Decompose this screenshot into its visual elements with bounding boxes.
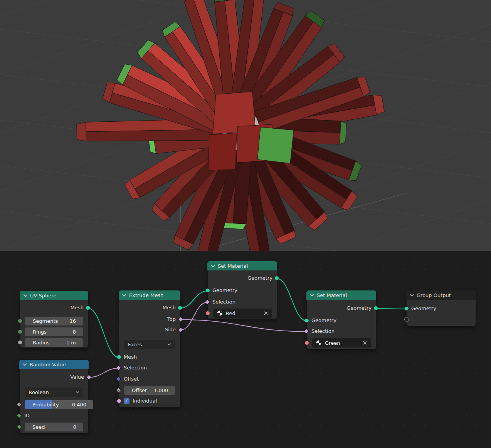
collapse-chevron-icon[interactable] bbox=[122, 294, 126, 297]
input-label-selection: Selection bbox=[311, 326, 335, 337]
collapse-chevron-icon[interactable] bbox=[211, 265, 215, 267]
socket-seed-input[interactable] bbox=[17, 424, 22, 429]
individual-row: ✓ Individual bbox=[124, 396, 157, 406]
node-header-random-value[interactable]: Random Value bbox=[19, 360, 89, 369]
radius-field[interactable]: Radius 1 m bbox=[25, 338, 83, 347]
input-label-mesh: Mesh bbox=[124, 352, 137, 362]
offset-scale-field[interactable]: Offset 1.000 bbox=[124, 386, 175, 395]
node-set-material-red[interactable]: Set Material Geometry Geometry Selection… bbox=[207, 261, 277, 319]
field-value: 1.000 bbox=[154, 388, 170, 393]
segments-field[interactable]: Segments 16 bbox=[25, 317, 83, 326]
chevron-down-icon bbox=[76, 391, 79, 393]
socket-geometry-input[interactable] bbox=[304, 318, 309, 323]
input-label-selection: Selection bbox=[212, 297, 235, 307]
field-value: 0.400 bbox=[72, 402, 89, 408]
socket-geometry-input[interactable] bbox=[205, 288, 210, 293]
input-label-selection: Selection bbox=[124, 362, 147, 373]
output-label-top: Top bbox=[167, 314, 176, 325]
output-label-mesh: Mesh bbox=[71, 302, 84, 313]
socket-offset-input[interactable] bbox=[116, 376, 121, 381]
socket-id-input[interactable] bbox=[17, 413, 22, 418]
checkbox-label: Individual bbox=[133, 396, 157, 406]
rings-field[interactable]: Rings 8 bbox=[25, 327, 83, 336]
field-value: 16 bbox=[69, 318, 78, 324]
field-label: Segments bbox=[30, 318, 58, 324]
data-type-dropdown[interactable]: Boolean bbox=[25, 388, 83, 397]
socket-value-output[interactable] bbox=[86, 374, 91, 379]
material-field-red[interactable]: Red × bbox=[213, 309, 272, 318]
node-set-material-green[interactable]: Set Material Geometry Geometry Selection… bbox=[306, 290, 376, 349]
collapse-chevron-icon[interactable] bbox=[310, 294, 314, 297]
node-group-output[interactable]: Group Output Geometry bbox=[406, 290, 476, 326]
node-header-uv-sphere[interactable]: UV Sphere bbox=[20, 291, 88, 300]
collapse-chevron-icon[interactable] bbox=[23, 363, 27, 366]
socket-top-output[interactable] bbox=[178, 317, 183, 322]
input-label-geometry: Geometry bbox=[411, 303, 436, 314]
socket-rings-input[interactable] bbox=[18, 329, 22, 334]
field-label: Radius bbox=[30, 340, 50, 346]
socket-mesh-output[interactable] bbox=[178, 305, 182, 310]
socket-radius-input[interactable] bbox=[18, 340, 22, 345]
socket-offset-scale-input[interactable] bbox=[116, 388, 121, 393]
input-label-id: ID bbox=[24, 410, 30, 421]
material-field-green[interactable]: Green × bbox=[312, 338, 371, 347]
clear-material-icon[interactable]: × bbox=[362, 340, 367, 346]
socket-side-output[interactable] bbox=[178, 327, 183, 332]
node-title: UV Sphere bbox=[30, 293, 56, 299]
output-label-value: Value bbox=[70, 372, 84, 383]
field-label: Probability bbox=[29, 402, 59, 408]
node-uv-sphere[interactable]: UV Sphere Mesh Segments 16 Rings 8 Radiu… bbox=[20, 291, 88, 348]
socket-material-input[interactable] bbox=[205, 311, 210, 315]
socket-material-input[interactable] bbox=[304, 341, 309, 345]
node-title: Random Value bbox=[30, 362, 66, 367]
id-row: ID bbox=[24, 410, 30, 421]
socket-selection-input[interactable] bbox=[116, 365, 121, 370]
chevron-down-icon bbox=[167, 343, 171, 346]
collapse-chevron-icon[interactable] bbox=[23, 294, 27, 297]
node-header-set-material[interactable]: Set Material bbox=[207, 261, 277, 270]
socket-geometry-output[interactable] bbox=[274, 276, 279, 280]
node-title: Extrude Mesh bbox=[129, 292, 163, 298]
input-label-geometry: Geometry bbox=[311, 315, 336, 326]
field-label: Rings bbox=[30, 329, 47, 335]
node-header-set-material[interactable]: Set Material bbox=[306, 290, 376, 300]
individual-checkbox[interactable]: ✓ bbox=[124, 398, 129, 404]
socket-individual-input[interactable] bbox=[117, 399, 121, 403]
input-label-offset: Offset bbox=[124, 374, 139, 384]
collapse-chevron-icon[interactable] bbox=[410, 294, 414, 297]
3d-viewport[interactable] bbox=[0, 0, 491, 251]
node-extrude-mesh[interactable]: Extrude Mesh Mesh Top Side Faces Mesh Se… bbox=[119, 290, 180, 408]
output-label-geometry: Geometry bbox=[247, 273, 272, 284]
socket-geometry-output[interactable] bbox=[373, 306, 378, 310]
input-label-geometry: Geometry bbox=[212, 285, 237, 296]
dropdown-value: Faces bbox=[128, 342, 142, 347]
geometry-node-editor[interactable]: UV Sphere Mesh Segments 16 Rings 8 Radiu… bbox=[0, 251, 491, 448]
socket-segments-input[interactable] bbox=[18, 319, 22, 323]
material-icon bbox=[316, 340, 321, 346]
probability-slider[interactable]: Probability 0.400 bbox=[25, 400, 93, 409]
output-label-mesh: Mesh bbox=[163, 302, 176, 313]
material-icon bbox=[217, 310, 222, 316]
blender-window: UV Sphere Mesh Segments 16 Rings 8 Radiu… bbox=[0, 0, 491, 448]
material-name: Red bbox=[226, 310, 260, 316]
viewport-render bbox=[0, 0, 491, 251]
clear-material-icon[interactable]: × bbox=[263, 310, 268, 316]
socket-virtual-input[interactable] bbox=[404, 317, 409, 322]
seed-field[interactable]: Seed 0 bbox=[25, 423, 83, 431]
dropdown-value: Boolean bbox=[29, 389, 49, 395]
node-title: Set Material bbox=[317, 292, 347, 298]
socket-mesh-input[interactable] bbox=[117, 355, 121, 359]
socket-geometry-input[interactable] bbox=[404, 306, 409, 311]
socket-selection-input[interactable] bbox=[304, 329, 309, 334]
field-label: Seed bbox=[29, 424, 45, 430]
node-header-extrude-mesh[interactable]: Extrude Mesh bbox=[119, 290, 180, 300]
node-title: Group Output bbox=[417, 292, 451, 298]
socket-probability-input[interactable] bbox=[17, 402, 22, 407]
socket-mesh-output[interactable] bbox=[86, 305, 90, 310]
socket-selection-input[interactable] bbox=[205, 299, 210, 304]
material-name: Green bbox=[325, 340, 359, 346]
node-random-value[interactable]: Random Value Value Boolean Probability 0… bbox=[19, 360, 89, 433]
field-value: 0 bbox=[73, 424, 79, 430]
mode-dropdown[interactable]: Faces bbox=[124, 340, 175, 349]
node-header-group-output[interactable]: Group Output bbox=[406, 290, 476, 300]
